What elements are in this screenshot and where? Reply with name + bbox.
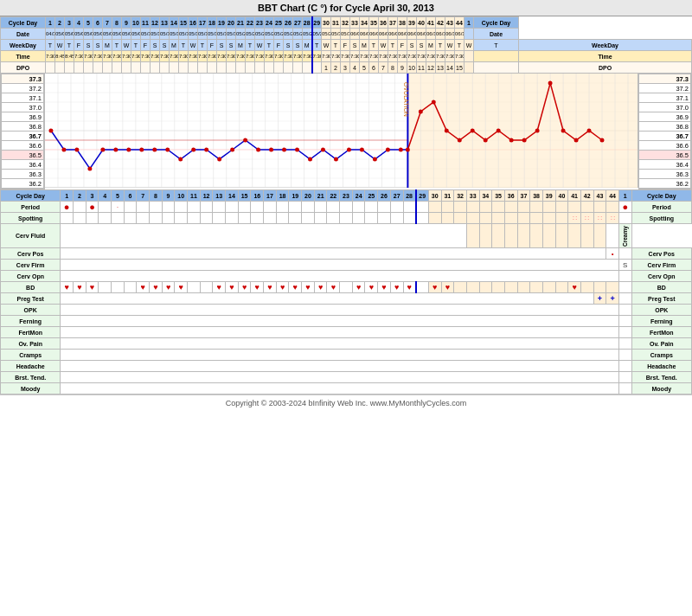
cerv-firm-label: Cerv Firm [1, 260, 61, 271]
period-right-label: Period [631, 202, 691, 213]
weekday-row: WeekDay T W T F S S M T W T F S S M T W … [1, 40, 692, 51]
moody-row: Moody Moody [1, 383, 692, 395]
spotting-right-label: Spotting [631, 213, 691, 224]
chart-table: Cycle Day 1 2 3 4 5 6 7 8 9 10 11 12 13 … [0, 16, 692, 74]
cerv-fluid-right-label: Creamy [618, 224, 631, 248]
svg-point-65 [113, 148, 118, 152]
preg-test-row: Preg Test + + Preg Test [1, 293, 692, 305]
footer: Copyright © 2003-2024 bInfinity Web Inc.… [0, 395, 692, 411]
svg-point-77 [269, 148, 273, 152]
svg-point-96 [509, 138, 514, 143]
spotting-row: Spotting [1, 213, 692, 224]
period-row: Period ● ● · [1, 202, 692, 213]
svg-point-85 [373, 157, 377, 162]
title-bar: BBT Chart (C °) for Cycle April 30, 2013 [0, 0, 692, 16]
headache-right-label: Headache [631, 361, 691, 372]
dpo-row: DPO 1 2 3 4 5 6 [1, 62, 692, 74]
svg-point-90 [432, 100, 436, 105]
svg-point-80 [308, 157, 312, 162]
spotting-label: Spotting [1, 213, 61, 224]
cramps-row: Cramps Cramps [1, 350, 692, 361]
cerv-pos-row: Cerv Pos • Cerv Pos [1, 248, 692, 260]
fertmon-row: FertMon FertMon [1, 327, 692, 338]
svg-point-72 [204, 148, 208, 152]
svg-point-68 [152, 148, 157, 152]
brst-tend-label: Brst. Tend. [1, 372, 61, 383]
fertmon-right-label: FertMon [631, 327, 691, 338]
svg-point-79 [295, 148, 299, 152]
cycle-day-row: Cycle Day 1 2 3 4 5 6 7 8 9 10 11 12 13 … [1, 17, 692, 29]
time-row: Time 7:30 8:45 8:45 7:30 7:30 7:30 7:30 … [1, 51, 692, 62]
cycle-day-right-label: Cycle Day [474, 17, 519, 29]
cycle-day-label: Cycle Day [1, 17, 46, 29]
svg-point-73 [217, 157, 221, 162]
ov-pain-row: Ov. Pain Ov. Pain [1, 338, 692, 350]
svg-point-63 [87, 167, 92, 171]
temp-chart-svg: OVULATION [45, 74, 638, 188]
svg-point-81 [321, 148, 325, 152]
svg-point-91 [445, 129, 449, 133]
svg-point-67 [139, 148, 144, 152]
svg-point-95 [497, 129, 501, 133]
chart-area: Cycle Day 1 2 3 4 5 6 7 8 9 10 11 12 13 … [0, 16, 692, 411]
chart-title: BBT Chart (C °) for Cycle April 30, 2013 [258, 3, 434, 13]
cerv-opn-row: Cerv Opn Cerv Opn [1, 271, 692, 282]
headache-row: Headache Headache [1, 361, 692, 372]
cramps-label: Cramps [1, 350, 61, 361]
brst-tend-row: Brst. Tend. Brst. Tend. [1, 372, 692, 383]
svg-point-103 [600, 138, 605, 143]
time-label: Time [1, 51, 46, 62]
svg-point-74 [230, 148, 234, 152]
svg-point-78 [282, 148, 286, 152]
preg-test-right-label: Preg Test [631, 293, 691, 305]
svg-point-87 [399, 148, 403, 152]
ferning-row: Ferning Ferning [1, 316, 692, 327]
cerv-opn-right-label: Cerv Opn [631, 271, 691, 282]
svg-point-64 [100, 148, 105, 152]
svg-text:OVULATION: OVULATION [403, 82, 409, 117]
svg-point-70 [178, 157, 183, 162]
svg-point-99 [548, 81, 553, 86]
preg-test-label: Preg Test [1, 293, 61, 305]
svg-point-100 [561, 129, 566, 133]
cerv-pos-label: Cerv Pos [1, 248, 61, 260]
cerv-fluid-label: Cerv Fluid [1, 224, 61, 248]
cerv-opn-label: Cerv Opn [1, 271, 61, 282]
main-container: BBT Chart (C °) for Cycle April 30, 2013… [0, 0, 692, 411]
temp-right-labels: 37.3 37.2 37.1 37.0 36.9 36.8 36.7 36.6 … [638, 74, 692, 189]
svg-point-97 [522, 138, 527, 143]
svg-point-71 [191, 148, 195, 152]
svg-point-93 [471, 129, 475, 133]
weekday-right-label: WeekDay [519, 40, 692, 51]
svg-point-60 [48, 129, 53, 133]
headache-label: Headache [1, 361, 61, 372]
date-label: Date [1, 29, 46, 40]
svg-point-83 [347, 148, 351, 152]
cerv-firm-right-label: Cerv Firm [631, 260, 691, 271]
svg-point-84 [360, 148, 364, 152]
cd2-label: Cycle Day [1, 190, 61, 202]
svg-point-86 [386, 148, 390, 152]
svg-point-101 [574, 138, 579, 143]
weekday-label: WeekDay [1, 40, 46, 51]
bd-label: BD [1, 282, 61, 293]
cerv-firm-row: Cerv Firm S Cerv Firm [1, 260, 692, 271]
bd-right-label: BD [631, 282, 691, 293]
footer-text: Copyright © 2003-2024 bInfinity Web Inc.… [226, 399, 467, 407]
svg-rect-13 [407, 74, 638, 188]
svg-point-66 [126, 148, 131, 152]
bd-row: BD ♥ ♥ ♥ ♥ ♥ ♥ ♥ ♥ ♥ ♥ ♥ ♥ ♥ ♥ [1, 282, 692, 293]
cerv-pos-right-label: Cerv Pos [631, 248, 691, 260]
opk-label: OPK [1, 305, 61, 316]
opk-row: OPK OPK [1, 305, 692, 316]
date-right-label: Date [474, 29, 519, 40]
moody-label: Moody [1, 383, 61, 395]
ferning-label: Ferning [1, 316, 61, 327]
svg-point-92 [458, 138, 462, 143]
cramps-right-label: Cramps [631, 350, 691, 361]
cd-1: 1 [46, 17, 55, 29]
svg-point-76 [256, 148, 260, 152]
fertmon-label: FertMon [1, 327, 61, 338]
svg-point-89 [419, 110, 423, 114]
svg-point-82 [334, 157, 338, 162]
